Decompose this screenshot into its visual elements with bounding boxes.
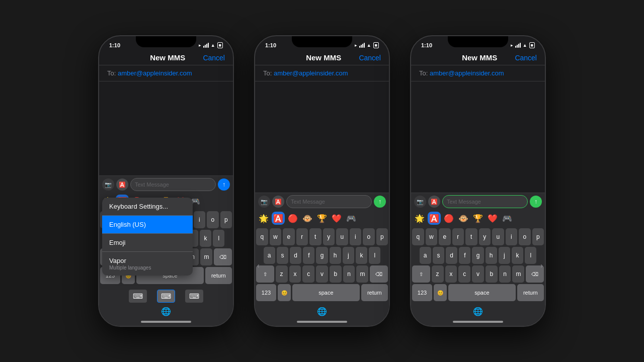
key-g-2[interactable]: g — [316, 247, 328, 264]
emoji-3-5[interactable]: 🏆 — [471, 212, 485, 225]
key-return-2[interactable]: return — [361, 284, 388, 301]
key-w-2[interactable]: w — [270, 228, 282, 245]
emoji-3-2[interactable]: 🅰️ — [428, 212, 441, 225]
key-q-3[interactable]: q — [412, 228, 424, 245]
key-a-2[interactable]: a — [264, 247, 275, 264]
key-num-2[interactable]: 123 — [256, 284, 276, 301]
key-h-3[interactable]: h — [486, 247, 497, 264]
key-return-1[interactable]: return — [205, 267, 232, 284]
key-j-3[interactable]: j — [499, 247, 510, 264]
emoji-2-6[interactable]: ❤️ — [330, 212, 343, 225]
key-v-2[interactable]: v — [316, 265, 328, 283]
key-k-2[interactable]: k — [356, 247, 367, 264]
key-m-2[interactable]: m — [356, 265, 368, 283]
cancel-button-3[interactable]: Cancel — [515, 54, 537, 62]
key-k-1[interactable]: k — [200, 230, 211, 247]
key-d-3[interactable]: d — [446, 247, 457, 264]
appstore-icon-1[interactable]: 🅰️ — [116, 178, 128, 191]
key-num-3[interactable]: 123 — [412, 284, 432, 301]
emoji-3-6[interactable]: ❤️ — [486, 212, 499, 225]
emoji-2-3[interactable]: 🔴 — [286, 212, 299, 225]
key-c-2[interactable]: c — [302, 265, 314, 283]
kb-english-item[interactable]: English (US) — [102, 216, 193, 234]
key-r-3[interactable]: r — [452, 228, 464, 245]
kb-type-narrow-1[interactable]: ⌨ — [129, 290, 147, 303]
key-x-2[interactable]: x — [289, 265, 301, 283]
arrow-left-2[interactable]: ‹ — [257, 261, 260, 269]
key-o-1[interactable]: o — [207, 211, 219, 228]
key-u-3[interactable]: u — [492, 228, 504, 245]
kb-emoji-item[interactable]: Emoji — [102, 234, 193, 252]
key-t-2[interactable]: t — [309, 228, 321, 245]
key-l-2[interactable]: l — [369, 247, 380, 264]
key-v-3[interactable]: v — [472, 265, 484, 283]
key-n-3[interactable]: n — [499, 265, 511, 283]
send-button-3[interactable]: ↑ — [530, 196, 542, 208]
send-button-1[interactable]: ↑ — [218, 178, 230, 191]
key-i-2[interactable]: i — [350, 228, 362, 245]
key-b-3[interactable]: b — [486, 265, 498, 283]
key-x-3[interactable]: x — [445, 265, 457, 283]
key-m-3[interactable]: m — [512, 265, 524, 283]
key-w-3[interactable]: w — [426, 228, 438, 245]
key-return-3[interactable]: return — [517, 284, 544, 301]
key-b-2[interactable]: b — [330, 265, 342, 283]
key-space-2[interactable]: space — [292, 284, 360, 301]
appstore-icon-3[interactable]: 🅰️ — [428, 196, 440, 208]
key-g-3[interactable]: g — [472, 247, 484, 264]
kb-type-full-1[interactable]: ⌨ — [157, 290, 175, 303]
key-q-2[interactable]: q — [256, 228, 268, 245]
key-k-3[interactable]: k — [512, 247, 523, 264]
emoji-2-1[interactable]: 🌟 — [257, 212, 270, 225]
key-emoji-3[interactable]: 😊 — [434, 284, 447, 301]
kb-settings-item[interactable]: Keyboard Settings... — [102, 198, 193, 216]
key-delete-1[interactable]: ⌫ — [214, 248, 232, 265]
key-y-3[interactable]: y — [479, 228, 491, 245]
emoji-3-3[interactable]: 🔴 — [442, 212, 455, 225]
key-o-3[interactable]: o — [519, 228, 531, 245]
key-p-3[interactable]: p — [532, 228, 544, 245]
key-emoji-2[interactable]: 😊 — [278, 284, 291, 301]
emoji-2-2[interactable]: 🅰️ — [272, 212, 285, 225]
globe-icon-1[interactable]: 🌐 — [159, 305, 173, 318]
key-z-2[interactable]: z — [276, 265, 288, 283]
emoji-3-4[interactable]: 🐵 — [457, 212, 470, 225]
camera-icon-2[interactable]: 📷 — [258, 196, 270, 208]
key-a-3[interactable]: a — [420, 247, 431, 264]
globe-icon-3[interactable]: 🌐 — [471, 305, 485, 318]
key-i-1[interactable]: i — [194, 211, 206, 228]
key-z-3[interactable]: z — [432, 265, 444, 283]
globe-icon-2[interactable]: 🌐 — [315, 305, 329, 318]
key-m-1[interactable]: m — [200, 248, 212, 265]
key-t-3[interactable]: t — [465, 228, 477, 245]
key-o-2[interactable]: o — [363, 228, 375, 245]
key-f-3[interactable]: f — [459, 247, 470, 264]
arrow-right-3[interactable]: › — [540, 261, 543, 269]
emoji-3-1[interactable]: 🌟 — [413, 212, 426, 225]
key-shift-3[interactable]: ⇧ — [412, 265, 430, 283]
message-input-3[interactable]: Text Message — [442, 195, 528, 208]
key-u-2[interactable]: u — [336, 228, 348, 245]
key-i-3[interactable]: i — [506, 228, 518, 245]
key-y-2[interactable]: y — [323, 228, 335, 245]
key-space-3[interactable]: space — [448, 284, 516, 301]
key-h-2[interactable]: h — [330, 247, 341, 264]
key-j-2[interactable]: j — [343, 247, 354, 264]
kb-vapor-item[interactable]: Vapor Multiple languages — [102, 252, 193, 276]
key-f-2[interactable]: f — [303, 247, 314, 264]
cancel-button-1[interactable]: Cancel — [203, 54, 225, 62]
message-input-2[interactable]: Text Message — [286, 195, 372, 208]
emoji-2-5[interactable]: 🏆 — [315, 212, 329, 225]
key-n-2[interactable]: n — [343, 265, 355, 283]
key-s-2[interactable]: s — [277, 247, 288, 264]
key-c-3[interactable]: c — [458, 265, 470, 283]
key-delete-2[interactable]: ⌫ — [370, 265, 388, 283]
emoji-2-7[interactable]: 🎮 — [345, 212, 358, 225]
key-e-3[interactable]: e — [439, 228, 451, 245]
appstore-icon-2[interactable]: 🅰️ — [272, 196, 284, 208]
key-l-1[interactable]: l — [213, 230, 224, 247]
emoji-3-7[interactable]: 🎮 — [501, 212, 514, 225]
key-p-1[interactable]: p — [220, 211, 232, 228]
send-button-2[interactable]: ↑ — [374, 196, 386, 208]
key-l-3[interactable]: l — [525, 247, 536, 264]
